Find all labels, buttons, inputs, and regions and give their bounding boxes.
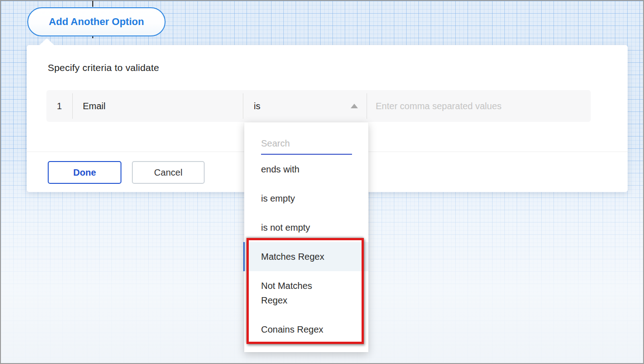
done-button[interactable]: Done [48, 161, 121, 184]
connector-line [92, 1, 93, 7]
dropdown-option-contains-regex[interactable]: Conains Regex [244, 315, 368, 344]
dropdown-search-input[interactable] [261, 137, 352, 155]
chevron-up-icon [351, 104, 358, 108]
dropdown-option-is-empty[interactable]: is empty [244, 184, 368, 213]
dialog-pointer-caret [40, 38, 54, 45]
selected-option-indicator [243, 242, 245, 271]
operator-select[interactable]: is [243, 90, 367, 122]
operator-value: is [254, 101, 260, 111]
cancel-button[interactable]: Cancel [132, 161, 205, 184]
screenshot-frame: Add Another Option Specify criteria to v… [0, 0, 644, 364]
dropdown-option-is-not-empty[interactable]: is not empty [244, 213, 368, 242]
field-select[interactable]: Email [73, 90, 243, 122]
dialog-title: Specify criteria to validate [48, 62, 159, 73]
operator-dropdown: ends with is empty is not empty Matches … [244, 122, 368, 352]
criteria-row: 1 Email is [46, 90, 591, 122]
values-input[interactable] [367, 90, 591, 122]
connector-dot [92, 36, 93, 38]
criteria-index: 1 [46, 90, 72, 122]
dropdown-option-list: ends with is empty is not empty Matches … [244, 155, 368, 344]
add-another-option-button[interactable]: Add Another Option [27, 7, 166, 36]
dropdown-option-matches-regex[interactable]: Matches Regex [244, 242, 368, 271]
dropdown-option-not-matches-regex[interactable]: Not Matches Regex [244, 271, 368, 315]
dropdown-option-ends-with[interactable]: ends with [244, 155, 368, 184]
